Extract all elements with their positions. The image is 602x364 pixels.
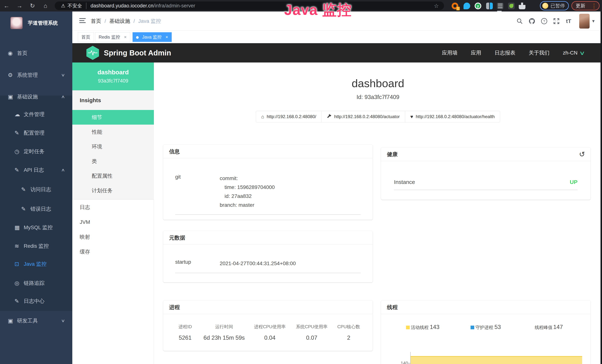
user-menu-caret-icon[interactable]: ▾ bbox=[592, 18, 595, 24]
sba-menu-jvm[interactable]: JVM bbox=[72, 215, 154, 230]
user-avatar[interactable] bbox=[579, 14, 590, 29]
app-brand[interactable]: 芋道管理系统 bbox=[0, 14, 72, 32]
app-logo bbox=[10, 17, 23, 29]
sba-nav-journal[interactable]: 日志报表 bbox=[495, 49, 516, 56]
profile-paused-badge[interactable]: 已暂停 bbox=[540, 1, 569, 11]
extensions-puzzle-icon[interactable] bbox=[519, 3, 526, 9]
extension-icon-pin[interactable] bbox=[463, 3, 470, 9]
sba-brand-title[interactable]: Spring Boot Admin bbox=[104, 49, 171, 57]
extension-icon-orange[interactable]: 1 bbox=[452, 3, 458, 9]
update-label: 更新 bbox=[576, 3, 585, 9]
extension-icon-list[interactable]: on bbox=[497, 3, 504, 9]
value-live-threads: 143 bbox=[430, 324, 439, 330]
breadcrumb-infrastructure[interactable]: 基础设施 bbox=[109, 18, 130, 25]
breadcrumb-home[interactable]: 首页 bbox=[91, 18, 101, 25]
browser-update-button[interactable]: 更新 ⋮ bbox=[571, 1, 600, 11]
breadcrumb-current: Java 监控 bbox=[138, 18, 161, 25]
java-monitor-icon: ⊡ bbox=[14, 258, 19, 270]
sba-instance-header[interactable]: dashboard 93a3fc7f7409 bbox=[72, 63, 154, 90]
sba-menu-details[interactable]: 细节 bbox=[72, 110, 154, 125]
security-warning-icon: ⚠ bbox=[61, 3, 65, 9]
browser-home-icon[interactable]: ⌂ bbox=[39, 2, 52, 9]
metadata-value: 2021-04-27T00:44:31.254+08:00 bbox=[220, 259, 361, 268]
tab-home[interactable]: 首页 bbox=[78, 32, 94, 42]
browser-back-icon[interactable]: ← bbox=[0, 2, 13, 9]
close-tab-icon[interactable]: × bbox=[124, 34, 127, 40]
browser-forward-icon[interactable]: → bbox=[13, 2, 26, 9]
window-edge bbox=[601, 11, 602, 364]
github-icon[interactable] bbox=[526, 18, 538, 25]
sba-nav-about[interactable]: 关于我们 bbox=[529, 49, 549, 56]
bookmark-star-icon[interactable]: ☆ bbox=[434, 3, 439, 9]
sidebar-item-access-log[interactable]: ✎ 访问日志 bbox=[0, 184, 72, 195]
font-size-icon[interactable]: tT bbox=[562, 18, 575, 24]
heart-pulse-icon: ♥ bbox=[410, 114, 413, 120]
extension-icon-grid[interactable] bbox=[486, 3, 493, 9]
security-label[interactable]: 不安全 bbox=[67, 3, 86, 9]
sba-menu-mappings[interactable]: 映射 bbox=[72, 230, 154, 244]
home-icon: ⌂ bbox=[261, 114, 264, 120]
tab-redis-monitor[interactable]: Redis 监控 × bbox=[95, 32, 130, 42]
sidebar-item-java-monitor[interactable]: ⊡ Java 监控 bbox=[0, 258, 72, 270]
sidebar-item-scheduled-jobs[interactable]: ◷ 定时任务 bbox=[0, 146, 72, 157]
sba-locale-select[interactable]: zh-CN ∨ bbox=[563, 50, 584, 56]
actuator-url-button[interactable]: http://192.168.0.2:48080/actuator bbox=[322, 111, 405, 122]
sba-menu-environment[interactable]: 环境 bbox=[72, 139, 154, 154]
insights-section-label: Insights bbox=[72, 90, 154, 110]
info-git-row: git commit: time: 1596289704000 id: 27aa… bbox=[163, 174, 373, 210]
sidebar-item-config-mgmt[interactable]: ✎ 配置管理 bbox=[0, 127, 72, 139]
history-icon[interactable]: ↺ bbox=[579, 147, 585, 161]
sba-menu-logs[interactable]: 日志 bbox=[72, 200, 154, 215]
process-value-sys-cpu: 0.07 bbox=[291, 334, 332, 341]
sba-sidebar: dashboard 93a3fc7f7409 Insights 细节 性能 环境… bbox=[72, 63, 154, 364]
sidebar-item-api-log[interactable]: ✎ API 日志 ∧ bbox=[0, 164, 72, 176]
sba-nav-wallboard[interactable]: 应用墙 bbox=[442, 49, 458, 56]
sba-menu-config-props[interactable]: 配置属性 bbox=[72, 169, 154, 183]
process-header-uptime: 运行时间 bbox=[200, 324, 249, 330]
metadata-key: startup bbox=[175, 259, 220, 268]
live-threads-area-series bbox=[411, 356, 582, 364]
value-peak-threads: 147 bbox=[553, 324, 563, 330]
browser-menu-kebab-icon[interactable]: ⋮ bbox=[591, 3, 597, 9]
search-icon[interactable] bbox=[514, 18, 526, 24]
help-icon[interactable]: ? bbox=[538, 18, 550, 25]
fullscreen-icon[interactable] bbox=[550, 18, 562, 24]
sba-header: Spring Boot Admin 应用墙 应用 日志报表 关于我们 zh-CN… bbox=[72, 43, 602, 63]
sidebar-item-home[interactable]: ◉ 首页 bbox=[0, 47, 72, 59]
sba-menu-scheduled-tasks[interactable]: 计划任务 bbox=[72, 183, 154, 198]
sidebar-toggle-icon[interactable] bbox=[79, 18, 86, 24]
edit-icon: ✎ bbox=[14, 127, 19, 139]
threads-area-chart: 140 120 100 bbox=[381, 355, 591, 364]
card-threads: 线程 活动线程 143 守护进程 53 线程峰值 147 140 120 bbox=[381, 300, 591, 364]
card-metadata-title: 元数据 bbox=[163, 231, 373, 245]
sidebar-item-mysql-monitor[interactable]: ▦ MySQL 监控 bbox=[0, 222, 72, 233]
chevron-down-icon: ∨ bbox=[61, 315, 65, 327]
sba-menu-metrics[interactable]: 性能 bbox=[72, 125, 154, 139]
sidebar-item-system-mgmt[interactable]: ⚙ 系统管理 ∨ bbox=[0, 69, 72, 81]
spring-boot-admin-logo[interactable] bbox=[86, 46, 99, 60]
extension-icon-green-y[interactable]: y bbox=[475, 3, 481, 9]
sidebar-item-log-center[interactable]: ✎ 日志中心 bbox=[0, 295, 72, 307]
dashboard-icon: ◉ bbox=[8, 47, 13, 59]
clock-icon: ◷ bbox=[14, 146, 19, 157]
sidebar-item-error-log[interactable]: ✎ 错误日志 bbox=[0, 203, 72, 215]
sidebar-item-file-mgmt[interactable]: ☁ 文件管理 bbox=[0, 109, 72, 120]
sba-menu-classes[interactable]: 类 bbox=[72, 154, 154, 169]
close-tab-icon[interactable]: × bbox=[166, 34, 168, 40]
instance-name: dashboard bbox=[72, 69, 154, 76]
service-url-button[interactable]: ⌂ http://192.168.0.2:48080/ bbox=[256, 111, 322, 122]
sidebar-item-dev-tools[interactable]: ▣ 研发工具 ∨ bbox=[0, 315, 72, 327]
sidebar-item-infrastructure[interactable]: ▣ 基础设施 ∧ bbox=[0, 91, 72, 103]
sidebar-item-tracing[interactable]: ◎ 链路追踪 bbox=[0, 278, 72, 289]
extension-icon-leaf[interactable] bbox=[508, 3, 515, 9]
annotation-java-monitor: Java 监控 bbox=[274, 0, 362, 20]
url-path: /infra/admin-server bbox=[153, 3, 195, 9]
browser-reload-icon[interactable]: ↻ bbox=[26, 2, 39, 9]
sidebar-item-redis-monitor[interactable]: ≋ Redis 监控 bbox=[0, 240, 72, 252]
sba-menu-caches[interactable]: 缓存 bbox=[72, 244, 154, 259]
sba-nav-applications[interactable]: 应用 bbox=[471, 49, 481, 56]
toolbox-icon: ▣ bbox=[8, 315, 13, 327]
tab-java-monitor[interactable]: Java 监控 × bbox=[133, 32, 172, 42]
address-bar[interactable]: ⚠ 不安全 dashboard.yudao.iocoder.cn /infra/… bbox=[55, 1, 444, 10]
health-url-button[interactable]: ♥ http://192.168.0.2:48080/actuator/heal… bbox=[405, 111, 500, 122]
